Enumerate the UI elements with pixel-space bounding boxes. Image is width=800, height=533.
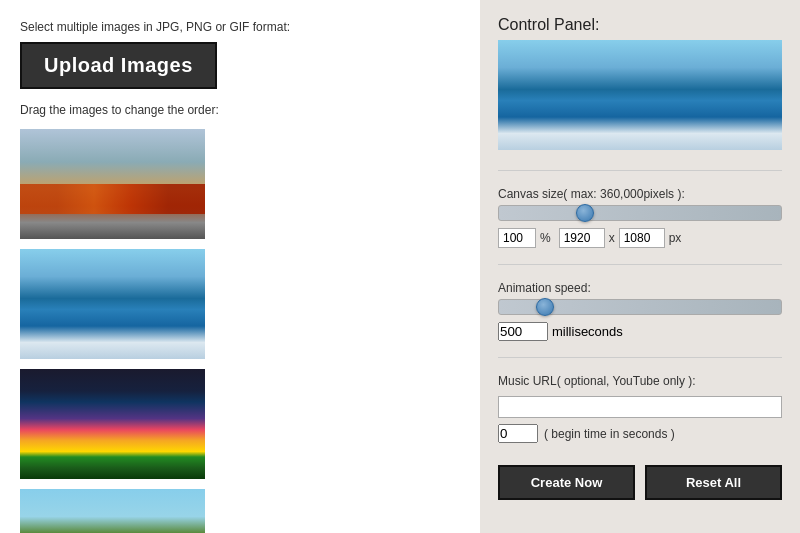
px-label: px bbox=[669, 231, 682, 245]
image-list bbox=[20, 129, 460, 533]
list-item[interactable] bbox=[20, 489, 205, 533]
create-now-button[interactable]: Create Now bbox=[498, 465, 635, 500]
width-input[interactable] bbox=[559, 228, 605, 248]
time-row: ( begin time in seconds ) bbox=[498, 424, 782, 443]
milliseconds-label: milliseconds bbox=[552, 324, 623, 339]
list-item[interactable] bbox=[20, 249, 205, 359]
canvas-size-section: Canvas size( max: 360,000pixels ): % x p… bbox=[498, 187, 782, 248]
music-url-label: Music URL( optional, YouTube only ): bbox=[498, 374, 782, 388]
reset-all-button[interactable]: Reset All bbox=[645, 465, 782, 500]
preview-image bbox=[498, 40, 782, 150]
animation-speed-label: Animation speed: bbox=[498, 281, 782, 295]
animation-speed-slider[interactable] bbox=[498, 299, 782, 315]
action-row: Create Now Reset All bbox=[498, 465, 782, 500]
divider-2 bbox=[498, 264, 782, 265]
music-url-input[interactable] bbox=[498, 396, 782, 418]
canvas-size-slider[interactable] bbox=[498, 205, 782, 221]
speed-slider-container bbox=[498, 299, 782, 318]
height-input[interactable] bbox=[619, 228, 665, 248]
percent-input[interactable] bbox=[498, 228, 536, 248]
speed-row: milliseconds bbox=[498, 322, 782, 341]
upload-images-button[interactable]: Upload Images bbox=[20, 42, 217, 89]
speed-value-input[interactable] bbox=[498, 322, 548, 341]
canvas-size-label: Canvas size( max: 360,000pixels ): bbox=[498, 187, 782, 201]
left-panel: Select multiple images in JPG, PNG or GI… bbox=[0, 0, 480, 533]
panel-title: Control Panel: bbox=[498, 16, 782, 34]
list-item[interactable] bbox=[20, 369, 205, 479]
begin-time-input[interactable] bbox=[498, 424, 538, 443]
right-panel: Control Panel: Canvas size( max: 360,000… bbox=[480, 0, 800, 533]
instruction-text: Select multiple images in JPG, PNG or GI… bbox=[20, 20, 460, 34]
music-url-section: Music URL( optional, YouTube only ): ( b… bbox=[498, 374, 782, 443]
size-row: % x px bbox=[498, 228, 782, 248]
begin-time-label: ( begin time in seconds ) bbox=[544, 427, 675, 441]
cross-symbol: x bbox=[609, 231, 615, 245]
canvas-slider-container bbox=[498, 205, 782, 224]
drag-instruction: Drag the images to change the order: bbox=[20, 103, 460, 117]
divider bbox=[498, 170, 782, 171]
divider-3 bbox=[498, 357, 782, 358]
panel-header: Control Panel: bbox=[498, 16, 782, 154]
animation-speed-section: Animation speed: milliseconds bbox=[498, 281, 782, 341]
percent-symbol: % bbox=[540, 231, 551, 245]
list-item[interactable] bbox=[20, 129, 205, 239]
